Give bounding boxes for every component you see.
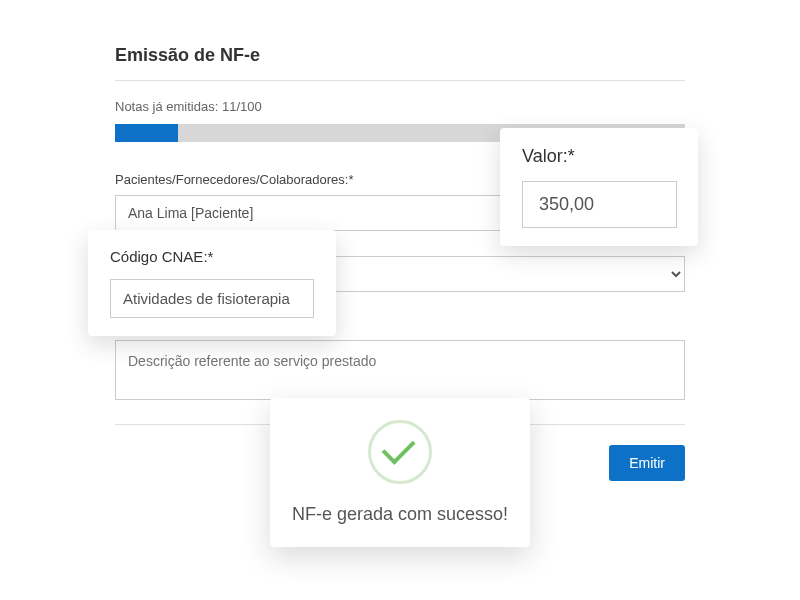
success-toast: NF-e gerada com sucesso! [270,398,530,547]
valor-card: Valor:* 350,00 [500,128,698,246]
valor-input[interactable]: 350,00 [522,181,677,228]
page-title: Emissão de NF-e [115,45,685,81]
cnae-label: Código CNAE:* [110,248,314,265]
quota-label: Notas já emitidas: 11/100 [115,99,685,114]
cnae-input[interactable]: Atividades de fisioterapia [110,279,314,318]
descricao-textarea[interactable] [115,340,685,400]
quota-progress-fill [115,124,178,142]
success-check-icon [368,420,432,484]
emitir-button[interactable]: Emitir [609,445,685,481]
check-mark-icon [382,431,416,465]
success-message: NF-e gerada com sucesso! [290,504,510,525]
cnae-card: Código CNAE:* Atividades de fisioterapia [88,230,336,336]
valor-label: Valor:* [522,146,676,167]
